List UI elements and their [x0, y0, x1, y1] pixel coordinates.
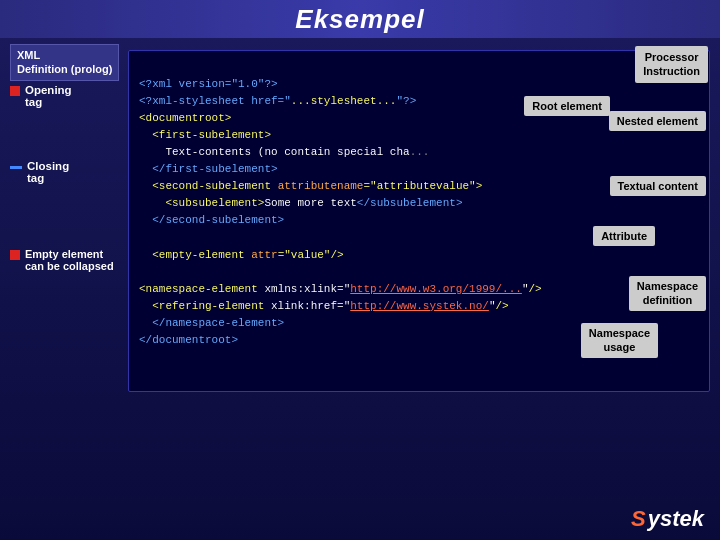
- namespace-def-line1: Namespace: [637, 279, 698, 293]
- empty-element-label: Empty element can be collapsed: [10, 248, 128, 272]
- code-line14: <refering-element xlink:href="http://www…: [139, 300, 509, 312]
- code-line16: </documentroot>: [139, 334, 238, 346]
- root-element-callout: Root element: [524, 96, 610, 116]
- namespace-def-line2: definition: [637, 293, 698, 307]
- code-line5: Text-contents (no contain special cha...: [139, 146, 429, 158]
- processor-instruction-line2: Instruction: [643, 64, 700, 78]
- code-line1: <?xml version="1.0"?>: [139, 78, 278, 90]
- empty-element-indicator: [10, 250, 20, 260]
- processor-instruction-callout: Processor Instruction: [635, 46, 708, 83]
- slide-container: Eksempel XML Definition (prolog) Opening…: [0, 0, 720, 540]
- namespace-usage-callout: Namespace usage: [581, 323, 658, 358]
- attribute-text: Attribute: [601, 230, 647, 242]
- nested-element-callout: Nested element: [609, 111, 706, 131]
- slide-title: Eksempel: [295, 4, 424, 35]
- closing-tag-label: Closing tag: [10, 160, 128, 184]
- closing-tag-indicator: [10, 166, 22, 169]
- namespace-usage-line1: Namespace: [589, 326, 650, 340]
- closing-tag-text: Closing tag: [27, 160, 69, 184]
- textual-content-callout: Textual content: [610, 176, 706, 196]
- code-line13: <namespace-element xmlns:xlink="http://w…: [139, 283, 542, 295]
- xml-definition-box: XML Definition (prolog): [10, 44, 119, 81]
- root-element-text: Root element: [532, 100, 602, 112]
- namespace-usage-line2: usage: [589, 340, 650, 354]
- header: Eksempel: [0, 0, 720, 38]
- code-line6: </first-subelement>: [139, 163, 278, 175]
- code-line3: <documentroot>: [139, 112, 231, 124]
- xml-def-line2: Definition (prolog): [17, 62, 112, 76]
- textual-content-text: Textual content: [618, 180, 698, 192]
- processor-instruction-line1: Processor: [643, 50, 700, 64]
- code-area: Processor Instruction <?xml version="1.0…: [128, 48, 710, 392]
- code-line15: </namespace-element>: [139, 317, 284, 329]
- empty-element-text: Empty element can be collapsed: [25, 248, 114, 272]
- opening-tag-indicator: [10, 86, 20, 96]
- opening-tag-text: Opening tag: [25, 84, 72, 108]
- code-line8: <subsubelement>Some more text</subsubele…: [139, 197, 462, 209]
- nested-element-text: Nested element: [617, 115, 698, 127]
- attribute-callout: Attribute: [593, 226, 655, 246]
- labels-column: Opening tag Closing tag Empty element ca…: [10, 48, 128, 392]
- logo-ystek: ystek: [648, 506, 704, 532]
- code-line9: </second-subelement>: [139, 214, 284, 226]
- code-line2: <?xml-stylesheet href="...stylesheet..."…: [139, 95, 416, 107]
- opening-tag-label: Opening tag: [10, 84, 128, 108]
- code-line4: <first-subelement>: [139, 129, 271, 141]
- xml-def-line1: XML: [17, 48, 112, 62]
- namespace-definition-callout: Namespace definition: [629, 276, 706, 311]
- code-line11: <empty-element attr="value"/>: [139, 249, 344, 261]
- logo-s: S: [631, 506, 646, 532]
- footer: Systek: [631, 506, 704, 532]
- code-line7: <second-subelement attributename="attrib…: [139, 180, 482, 192]
